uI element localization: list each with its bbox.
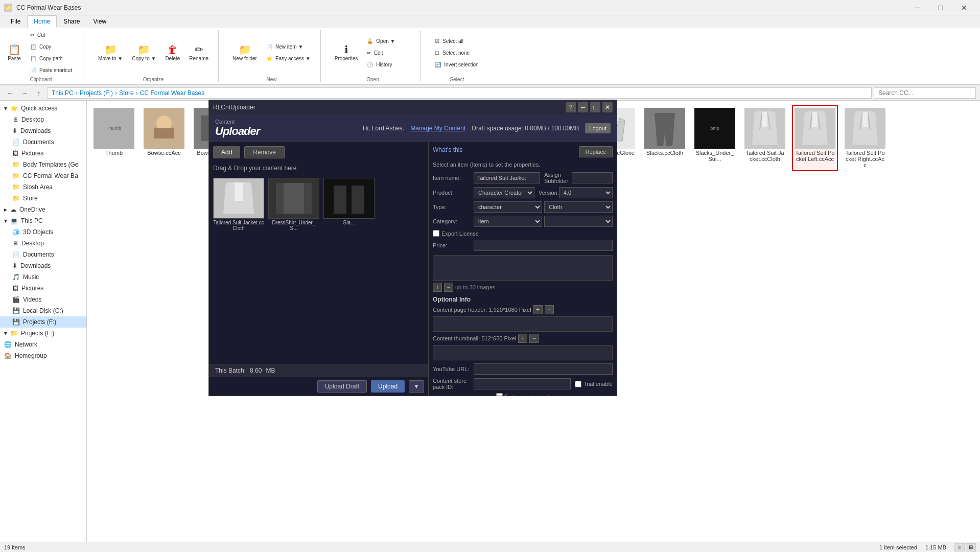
file-item-tailored-pocket-right[interactable]: Tailored Suit Pocket Right.ccAcc [842, 105, 888, 171]
sidebar-item-local-disk[interactable]: 💾 Local Disk (C:) [0, 305, 86, 316]
cut-button[interactable]: ✂ Cut [27, 30, 78, 40]
category2-select[interactable] [544, 216, 613, 227]
path-store[interactable]: Store [119, 89, 134, 97]
properties-button[interactable]: ℹ Properties [331, 42, 362, 64]
assign-subfolder-input[interactable] [572, 172, 613, 183]
path-projects[interactable]: Projects (F:) [80, 89, 113, 97]
path-cc-formal[interactable]: CC Formal Wear Bases [140, 89, 204, 97]
uploader-maximize-button[interactable]: □ [590, 102, 600, 112]
uploader-close-button[interactable]: ✕ [602, 102, 613, 112]
search-box[interactable] [874, 87, 976, 99]
content-header-remove[interactable]: − [545, 305, 554, 314]
sidebar-item-store[interactable]: 📁 Store [0, 193, 86, 204]
version-select[interactable]: 4.0 [559, 187, 613, 198]
search-input[interactable] [878, 89, 971, 97]
logout-button[interactable]: Logout [585, 123, 611, 133]
sidebar-item-pictures[interactable]: 🖼 Pictures [0, 148, 86, 159]
upload-file-item-jacket[interactable]: Tailored Suit Jacket.ccCloth [213, 178, 264, 360]
embed-watermark-checkbox[interactable] [496, 393, 503, 396]
remove-button[interactable]: Remove [244, 146, 285, 158]
item-name-input[interactable] [474, 172, 540, 183]
file-item-bowtie-acc[interactable]: Bowtie.ccAcc [141, 105, 187, 171]
add-button[interactable]: Add [213, 146, 240, 158]
sidebar-item-onedrive[interactable]: ▸ ☁ OneDrive [0, 204, 86, 215]
sidebar-item-homegroup[interactable]: 🏠 Homegroup [0, 350, 86, 361]
trial-enable-checkbox[interactable] [575, 381, 581, 387]
history-button[interactable]: 🕐 History [363, 59, 414, 70]
sidebar-item-projects-f[interactable]: 💾 Projects (F:) [0, 316, 86, 328]
tab-home[interactable]: Home [27, 15, 57, 28]
export-license-checkbox[interactable] [433, 230, 439, 237]
images-add-button[interactable]: + [433, 283, 442, 292]
copy-button[interactable]: 📋 Copy [27, 41, 78, 52]
edit-button[interactable]: ✏ Edit [363, 48, 414, 58]
product-select[interactable]: Character Creator [474, 187, 534, 198]
price-input[interactable] [474, 240, 613, 251]
close-button[interactable]: ✕ [952, 0, 976, 15]
sidebar-item-this-pc[interactable]: ▾ 💻 This PC [0, 215, 86, 226]
paste-shortcut-button[interactable]: 📄 Paste shortcut [27, 65, 78, 76]
rename-button[interactable]: ✏ Rename [185, 42, 212, 64]
select-all-button[interactable]: ☑ Select all [431, 36, 482, 47]
type2-select[interactable]: Cloth [544, 201, 613, 213]
sidebar-item-cc-formal[interactable]: 📁 CC Formal Wear Ba [0, 170, 86, 181]
minimize-button[interactable]: ─ [905, 0, 929, 15]
invert-selection-button[interactable]: 🔄 Invert selection [431, 59, 482, 70]
store-pack-input[interactable] [474, 378, 571, 389]
sidebar-item-3d-objects[interactable]: 🧊 3D Objects [0, 226, 86, 238]
sidebar-item-downloads[interactable]: ⬇ Downloads [0, 125, 86, 136]
open-button[interactable]: 🔓 Open ▼ [363, 36, 414, 47]
sidebar-item-videos[interactable]: 🎬 Videos [0, 294, 86, 305]
sidebar-item-desktop[interactable]: 🖥 Desktop [0, 114, 86, 125]
file-item-tailored-pocket-left[interactable]: Tailored Suit Pocket Left.ccAcc [792, 105, 838, 171]
sidebar-item-projects-sub[interactable]: ▾ 📁 Projects (F:) [0, 328, 86, 339]
file-item-slacks[interactable]: Slacks.ccCloth [642, 105, 688, 171]
copy-path-button[interactable]: 📋 Copy path [27, 53, 78, 64]
paste-button[interactable]: 📋 Paste [4, 42, 25, 64]
upload-file-item-sla[interactable]: Sla... [323, 178, 375, 360]
type-select[interactable]: character [474, 201, 542, 213]
back-button[interactable]: ← [4, 87, 16, 99]
tab-view[interactable]: View [86, 15, 113, 28]
delete-button[interactable]: 🗑 Delete [161, 42, 183, 64]
upload-file-item-dressshirt[interactable]: DressShirt_Under_S... [268, 178, 319, 360]
sidebar-item-pictures2[interactable]: 🖼 Pictures [0, 283, 86, 294]
upload-button[interactable]: Upload [371, 380, 405, 393]
copy-to-button[interactable]: 📁 Copy to ▼ [128, 42, 159, 64]
content-thumb-remove[interactable]: − [529, 334, 539, 343]
youtube-input[interactable] [474, 363, 613, 375]
maximize-button[interactable]: □ [929, 0, 952, 15]
select-none-button[interactable]: ☐ Select none [431, 48, 482, 58]
manage-content-link[interactable]: Manage My Content [410, 125, 465, 132]
grid-view-button[interactable]: ⊞ [966, 543, 976, 551]
content-header-add[interactable]: + [533, 305, 543, 314]
sidebar-item-documents2[interactable]: 📄 Documents [0, 249, 86, 260]
uploader-minimize-button[interactable]: ─ [578, 102, 588, 112]
new-item-button[interactable]: 📄 New item ▼ [263, 41, 314, 52]
images-remove-button[interactable]: − [444, 283, 453, 292]
file-item-slacks-under[interactable]: bmp Slacks_Under_Sui... [692, 105, 738, 171]
file-item-tailored-jacket[interactable]: Tailored Suit Jacket.ccCloth [742, 105, 788, 171]
sidebar-item-slosh-area[interactable]: 📁 Slosh Area [0, 181, 86, 193]
forward-button[interactable]: → [18, 87, 31, 99]
whats-this-link[interactable]: What's this [433, 146, 462, 153]
tab-file[interactable]: File [4, 15, 27, 28]
address-path[interactable]: This PC › Projects (F:) › Store › CC For… [47, 87, 872, 99]
sidebar-item-network[interactable]: 🌐 Network [0, 339, 86, 350]
file-item-thumb[interactable]: Thumb Thumb [91, 105, 137, 171]
new-folder-button[interactable]: 📁 New folder [229, 42, 261, 64]
sidebar-item-desktop2[interactable]: 🖥 Desktop [0, 238, 86, 249]
category-select[interactable]: item [474, 216, 542, 227]
replace-button[interactable]: Replace [579, 146, 613, 157]
sidebar-item-downloads2[interactable]: ⬇ Downloads [0, 260, 86, 271]
list-view-button[interactable]: ≡ [954, 543, 965, 551]
upload-more-button[interactable]: ▼ [409, 380, 424, 393]
sidebar-item-music[interactable]: 🎵 Music [0, 271, 86, 283]
easy-access-button[interactable]: ⭐ Easy access ▼ [263, 53, 314, 64]
uploader-help-button[interactable]: ? [566, 102, 576, 112]
sidebar-item-quick-access[interactable]: ▾ ⭐ Quick access [0, 103, 86, 114]
up-button[interactable]: ↑ [33, 87, 45, 99]
tab-share[interactable]: Share [57, 15, 86, 28]
sidebar-item-documents[interactable]: 📄 Documents [0, 136, 86, 148]
sidebar-item-body-templates[interactable]: 📁 Body Templates (Ge [0, 159, 86, 170]
